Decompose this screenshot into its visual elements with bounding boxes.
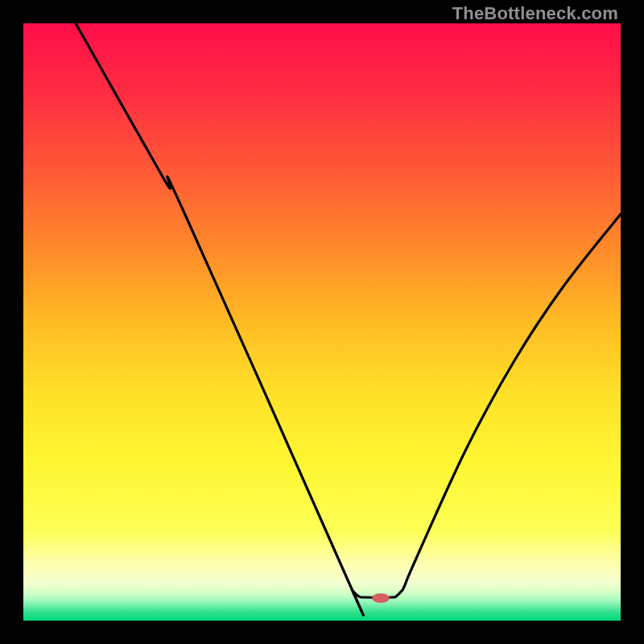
optimal-marker — [372, 593, 390, 603]
chart-background — [23, 23, 621, 621]
chart-svg — [23, 23, 621, 621]
watermark-text: TheBottleneck.com — [452, 3, 618, 24]
chart-frame — [23, 23, 621, 621]
